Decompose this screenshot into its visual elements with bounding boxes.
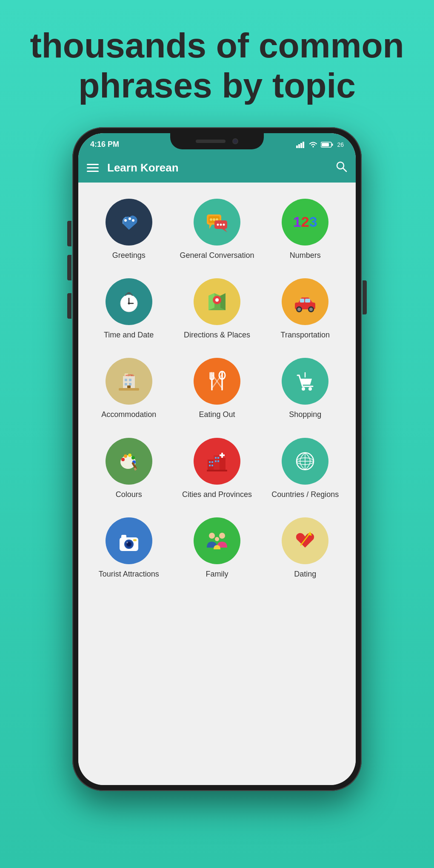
svg-rect-53: [125, 379, 127, 381]
svg-rect-49: [119, 388, 139, 391]
svg-point-107: [219, 533, 225, 539]
label-countries: Countries / Regions: [271, 490, 339, 500]
grid-item-directions[interactable]: Directions & Places: [174, 271, 260, 346]
search-button[interactable]: [335, 160, 347, 175]
label-numbers: Numbers: [290, 251, 321, 260]
svg-rect-83: [209, 465, 211, 466]
grid-item-greetings[interactable]: Greetings: [86, 191, 171, 266]
svg-point-12: [128, 217, 131, 220]
icon-countries: [282, 438, 328, 485]
svg-rect-55: [125, 383, 127, 385]
svg-rect-82: [211, 461, 213, 463]
icon-colours: [106, 438, 152, 485]
grid-item-time[interactable]: Time and Date: [86, 271, 171, 346]
speaker: [196, 140, 226, 143]
svg-point-102: [126, 542, 128, 543]
icon-accommodation: HOTEL: [106, 358, 152, 405]
svg-point-45: [297, 308, 301, 311]
svg-rect-54: [129, 379, 131, 381]
icon-directions: [194, 278, 240, 325]
icon-shopping: [282, 358, 328, 405]
icon-numbers: 123: [282, 199, 328, 246]
icon-dating: [282, 517, 328, 564]
svg-point-25: [223, 223, 225, 226]
battery-percent: 26: [337, 141, 344, 148]
grid-item-colours[interactable]: Colours: [86, 430, 171, 505]
svg-rect-43: [305, 299, 310, 303]
svg-rect-87: [215, 460, 217, 462]
svg-rect-7: [322, 143, 329, 146]
grid-item-countries[interactable]: Countries / Regions: [263, 430, 348, 505]
label-conversation: General Conversation: [180, 251, 254, 260]
svg-point-47: [309, 308, 313, 311]
grid-item-conversation[interactable]: General Conversation: [174, 191, 260, 266]
grid-item-numbers[interactable]: 123 Numbers: [263, 191, 348, 266]
grid-item-cities[interactable]: Cities and Provinces: [174, 430, 260, 505]
svg-text:HOTEL: HOTEL: [126, 374, 134, 377]
label-cities: Cities and Provinces: [182, 490, 252, 500]
svg-rect-56: [129, 383, 131, 385]
hero-title: thousands of common phrases by topic: [17, 26, 417, 106]
phone-mockup: 4:16 PM: [0, 127, 434, 791]
svg-point-18: [213, 218, 215, 221]
hero-section: thousands of common phrases by topic: [0, 0, 434, 119]
svg-rect-0: [296, 146, 298, 148]
grid-item-shopping[interactable]: Shopping: [263, 350, 348, 425]
label-greetings: Greetings: [112, 251, 146, 260]
svg-rect-1: [298, 144, 300, 148]
svg-rect-86: [217, 457, 219, 459]
wifi-icon: [309, 141, 317, 148]
app-bar: Learn Korean: [78, 154, 356, 183]
grid-item-transport[interactable]: Transportation: [263, 271, 348, 346]
svg-point-70: [121, 458, 125, 461]
signal-icon: [296, 141, 306, 148]
svg-point-13: [132, 219, 134, 222]
svg-point-71: [124, 454, 127, 458]
svg-rect-3: [303, 142, 304, 148]
svg-marker-36: [220, 293, 226, 310]
icon-transport: [282, 278, 328, 325]
svg-point-65: [302, 387, 305, 391]
icon-family: [194, 517, 240, 564]
svg-rect-84: [211, 465, 213, 466]
label-time: Time and Date: [104, 330, 154, 340]
icon-conversation: [194, 199, 240, 246]
label-directions: Directions & Places: [184, 330, 250, 340]
label-colours: Colours: [116, 490, 142, 500]
svg-rect-88: [217, 460, 219, 462]
grid-item-eating[interactable]: Eating Out: [174, 350, 260, 425]
grid-item-family[interactable]: Family: [174, 510, 260, 585]
svg-rect-32: [127, 292, 131, 294]
label-tourist: Tourist Attractions: [99, 569, 159, 579]
numbers-display: 123: [293, 214, 317, 230]
grid-item-dating[interactable]: Dating: [263, 510, 348, 585]
grid-item-tourist[interactable]: Tourist Attractions: [86, 510, 171, 585]
hamburger-menu[interactable]: [87, 164, 99, 172]
svg-rect-6: [332, 143, 333, 146]
svg-point-66: [308, 387, 312, 391]
phone-screen: 4:16 PM: [78, 133, 356, 785]
svg-rect-79: [214, 455, 220, 470]
phone-notch: [170, 133, 264, 149]
label-transport: Transportation: [281, 330, 330, 340]
svg-rect-2: [300, 143, 302, 148]
svg-point-31: [128, 302, 130, 304]
svg-point-72: [128, 454, 131, 457]
label-shopping: Shopping: [289, 410, 321, 420]
svg-point-106: [209, 533, 215, 539]
grid-item-accommodation[interactable]: HOTEL Accommodation: [86, 350, 171, 425]
topic-grid: Greetings: [83, 191, 351, 585]
label-eating: Eating Out: [199, 410, 235, 420]
icon-cities: [194, 438, 240, 485]
icon-time: [106, 278, 152, 325]
svg-rect-90: [220, 454, 225, 456]
svg-point-23: [217, 223, 219, 226]
svg-point-17: [210, 218, 212, 221]
svg-point-108: [215, 537, 219, 541]
svg-point-39: [215, 298, 219, 302]
svg-point-73: [131, 456, 135, 460]
label-dating: Dating: [294, 569, 316, 579]
svg-rect-81: [209, 461, 211, 463]
phone-body: 4:16 PM: [72, 127, 362, 791]
svg-rect-80: [220, 458, 226, 470]
